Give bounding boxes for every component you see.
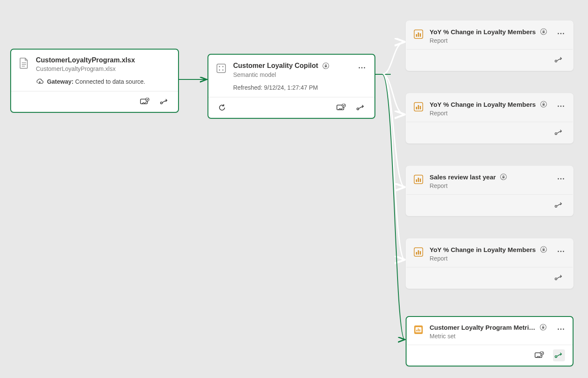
svg-rect-17 [416,34,417,37]
svg-point-27 [555,133,557,135]
file-icon [18,57,30,69]
downstream-title: YoY % Change in Loyalty Members [430,246,536,253]
downstream-title: Sales review last year [430,173,496,181]
show-lineage-button[interactable] [553,272,565,284]
svg-rect-35 [416,252,417,255]
svg-point-6 [161,102,162,104]
downstream-title: YoY % Change in Loyalty Members [430,101,536,108]
svg-rect-31 [420,179,421,182]
downstream-type: Report [430,110,550,117]
gateway-status: Gateway: Connected to data source. [36,78,171,85]
show-lineage-button[interactable] [355,102,367,114]
semantic-model-icon [215,62,227,74]
svg-rect-19 [420,33,421,37]
downstream-type: Metric set [430,333,550,340]
model-title: Customer Loyality Copilot [233,62,318,70]
svg-rect-45 [542,327,544,329]
svg-rect-37 [420,251,421,255]
svg-rect-12 [325,65,327,67]
svg-rect-42 [416,330,417,331]
more-options-button[interactable]: ··· [556,173,567,185]
lock-icon [539,323,547,331]
more-options-button[interactable]: ··· [556,324,567,335]
node-semantic-model[interactable]: Customer Loyality Copilot Semantic model… [208,54,375,119]
node-report[interactable]: YoY % Change in Loyalty MembersReport··· [406,238,573,289]
show-lineage-button[interactable] [553,126,565,138]
lock-icon [499,173,508,181]
model-refreshed: Refreshed: 9/12/24, 1:27:47 PM [233,84,351,91]
more-options-button[interactable]: ··· [556,101,567,112]
impact-analysis-button[interactable] [335,102,347,114]
downstream-title: YoY % Change in Loyalty Members [430,28,536,35]
more-options-button[interactable]: ··· [357,62,368,73]
report-icon [412,101,424,113]
more-options-button[interactable]: ··· [556,246,567,257]
show-lineage-button[interactable] [553,54,565,66]
svg-point-10 [219,70,220,71]
svg-rect-23 [416,107,417,109]
node-report[interactable]: YoY % Change in Loyalty MembersReport··· [406,93,573,144]
lock-icon [539,245,548,254]
svg-rect-7 [217,64,225,73]
svg-point-8 [219,66,220,67]
node-metric-set[interactable]: Customer Loyalty Program Metri…Metric se… [406,316,573,366]
downstream-title: Customer Loyalty Program Metri… [430,324,535,331]
svg-point-9 [222,66,224,67]
impact-analysis-button[interactable] [139,96,151,108]
report-icon [412,246,424,258]
metric-set-icon [412,324,424,336]
source-title: CustomerLoyaltyProgram.xlsx [36,56,135,64]
show-lineage-button[interactable] [553,349,565,361]
report-icon [412,28,424,40]
show-lineage-button[interactable] [553,199,565,211]
show-lineage-button[interactable] [158,96,170,108]
refresh-button[interactable] [216,102,228,114]
svg-rect-36 [418,250,419,255]
report-icon [412,173,424,185]
svg-point-21 [555,60,557,62]
node-report[interactable]: YoY % Change in Loyalty MembersReport··· [406,21,573,71]
source-subtitle: CustomerLoyaltyProgram.xlsx [36,65,171,72]
svg-rect-44 [419,329,420,331]
downstream-type: Report [430,182,550,189]
node-report[interactable]: Sales review last yearReport··· [406,166,573,216]
svg-rect-32 [503,176,505,179]
svg-rect-43 [418,328,419,331]
svg-rect-25 [420,106,421,109]
lock-icon [539,27,548,36]
svg-point-39 [555,278,557,280]
downstream-type: Report [430,37,550,44]
svg-rect-29 [416,179,417,182]
model-type: Semantic model [233,71,351,78]
svg-point-11 [222,70,224,71]
svg-point-48 [555,356,557,357]
svg-point-15 [357,108,359,110]
lock-icon [322,62,330,70]
svg-rect-30 [418,178,419,182]
node-source-file[interactable]: CustomerLoyaltyProgram.xlsx CustomerLoya… [10,49,179,113]
svg-rect-18 [418,32,419,37]
impact-analysis-button[interactable] [533,349,545,361]
svg-rect-26 [542,104,544,106]
downstream-type: Report [430,255,550,262]
svg-rect-20 [542,31,544,33]
lock-icon [539,100,548,108]
svg-rect-38 [542,249,544,251]
svg-rect-24 [418,105,419,109]
svg-point-33 [555,205,557,207]
more-options-button[interactable]: ··· [556,28,567,39]
